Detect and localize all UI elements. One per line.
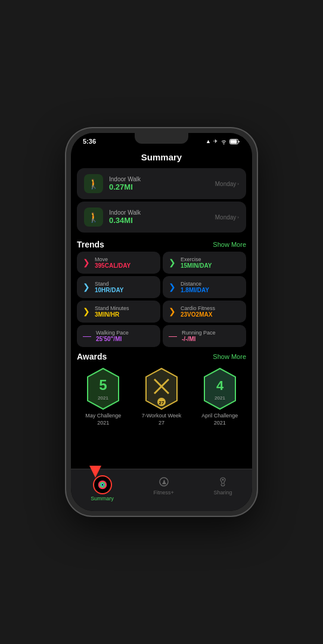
workout-label-1: Indoor Walk: [109, 176, 141, 182]
wifi-icon: [220, 139, 227, 144]
notch: [135, 133, 188, 144]
trend-icon-walking-pace: —: [83, 331, 91, 340]
trend-icon-exercise: ❯: [169, 258, 176, 267]
trend-icon-running-pace: —: [169, 331, 177, 340]
svg-text:27: 27: [159, 400, 164, 405]
trend-label-stand: Stand: [95, 281, 124, 287]
awards-header: Awards Show More: [71, 347, 252, 364]
activity-rings-icon: [98, 480, 107, 490]
tab-label-summary: Summary: [91, 496, 114, 501]
trend-move[interactable]: ❯ Move 395CAL/DAY: [77, 252, 160, 274]
svg-text:4: 4: [216, 378, 224, 393]
trend-label-cardio: Cardio Fitness: [181, 305, 215, 311]
workout-card-2[interactable]: 🚶 Indoor Walk 0.34MI Monday ›: [77, 202, 246, 233]
tab-label-fitness-plus: Fitness+: [154, 490, 174, 496]
workout-day-1: Monday ›: [215, 181, 239, 187]
summary-icon: [93, 475, 112, 494]
award-badge-april: 4 2021: [201, 367, 239, 410]
trends-grid: ❯ Move 395CAL/DAY ❯ Exercise 15MIN/DAY: [71, 252, 252, 347]
trend-distance[interactable]: ❯ Distance 1.8MI/DAY: [163, 276, 246, 298]
trend-icon-move: ❯: [83, 258, 90, 267]
phone-screen: 5:36 ▲ ✈ Summary 🚶: [71, 133, 252, 511]
trend-label-running-pace: Running Pace: [182, 330, 216, 336]
trend-icon-distance: ❯: [169, 282, 176, 292]
trend-value-cardio: 23VO2MAX: [181, 311, 215, 318]
workout-value-2: 0.34MI: [109, 216, 141, 225]
chevron-icon-1: ›: [237, 181, 239, 187]
tab-sharing[interactable]: Sharing: [204, 473, 242, 504]
tab-fitness-plus[interactable]: ♟ Fitness+: [144, 473, 184, 504]
trend-running-pace[interactable]: — Running Pace -/-/MI: [163, 325, 246, 347]
trend-icon-stand-minutes: ❯: [83, 306, 90, 316]
trend-value-distance: 1.8MI/DAY: [181, 287, 209, 293]
trend-stand[interactable]: ❯ Stand 10HR/DAY: [77, 276, 160, 298]
svg-point-14: [100, 482, 105, 487]
trend-label-exercise: Exercise: [181, 256, 212, 262]
workout-day-2: Monday ›: [215, 214, 239, 221]
award-badge-seven: 27: [142, 367, 181, 410]
tab-summary[interactable]: Summary: [81, 473, 123, 504]
award-badge-may: 5 2021: [84, 367, 122, 410]
svg-text:2021: 2021: [98, 395, 108, 401]
workout-value-1: 0.27MI: [109, 182, 141, 191]
trend-label-walking-pace: Walking Pace: [96, 330, 129, 336]
trend-value-running-pace: -/-/MI: [182, 336, 216, 342]
svg-text:♟: ♟: [161, 479, 166, 485]
tab-bar: Summary ♟ Fitness+: [71, 469, 252, 511]
svg-point-19: [222, 479, 224, 481]
tab-label-sharing: Sharing: [214, 490, 232, 496]
award-seven[interactable]: 27 7-Workout Week27: [142, 367, 182, 426]
trend-label-stand-minutes: Stand Minutes: [95, 305, 129, 311]
trends-title: Trends: [77, 240, 104, 249]
awards-show-more[interactable]: Show More: [213, 353, 246, 360]
status-icons: ▲ ✈: [206, 138, 240, 144]
awards-title: Awards: [77, 352, 107, 361]
status-time: 5:36: [83, 138, 96, 145]
trend-cardio[interactable]: ❯ Cardio Fitness 23VO2MAX: [163, 301, 246, 323]
trend-label-distance: Distance: [181, 281, 209, 287]
award-april[interactable]: 4 2021 April Challenge2021: [201, 367, 239, 426]
award-label-seven: 7-Workout Week27: [142, 413, 182, 426]
page-title: Summary: [71, 147, 252, 166]
chevron-icon-2: ›: [237, 215, 239, 220]
awards-grid: 5 2021 May Challenge2021 27: [71, 364, 252, 430]
sharing-icon: [216, 475, 229, 488]
plane-icon: ✈: [213, 138, 218, 144]
award-label-april: April Challenge2021: [201, 413, 238, 426]
award-may[interactable]: 5 2021 May Challenge2021: [84, 367, 122, 426]
trend-stand-minutes[interactable]: ❯ Stand Minutes 3MIN/HR: [77, 301, 160, 323]
location-icon: ▲: [206, 138, 211, 144]
trend-value-move: 395CAL/DAY: [95, 262, 131, 269]
trend-icon-cardio: ❯: [169, 306, 176, 316]
trend-value-walking-pace: 25'50"/MI: [96, 336, 129, 342]
phone-frame: 5:36 ▲ ✈ Summary 🚶: [66, 128, 257, 516]
trends-show-more[interactable]: Show More: [213, 241, 246, 248]
fitness-plus-icon: ♟: [157, 475, 170, 488]
trend-exercise[interactable]: ❯ Exercise 15MIN/DAY: [163, 252, 246, 274]
svg-text:5: 5: [100, 377, 107, 393]
svg-text:2021: 2021: [215, 395, 225, 401]
award-label-may: May Challenge2021: [85, 413, 121, 426]
trend-label-move: Move: [95, 256, 131, 262]
scroll-area[interactable]: 🚶 Indoor Walk 0.27MI Monday › 🚶 Indoor W…: [71, 166, 252, 469]
trend-icon-stand: ❯: [83, 282, 90, 292]
trend-value-exercise: 15MIN/DAY: [181, 262, 212, 269]
svg-point-15: [101, 484, 104, 486]
trend-value-stand: 10HR/DAY: [95, 287, 124, 293]
trends-header: Trends Show More: [71, 235, 252, 252]
walk-icon-2: 🚶: [84, 208, 103, 227]
trend-walking-pace[interactable]: — Walking Pace 25'50"/MI: [77, 325, 160, 347]
battery-icon: [229, 139, 240, 144]
workout-label-2: Indoor Walk: [109, 209, 141, 216]
workout-card-1[interactable]: 🚶 Indoor Walk 0.27MI Monday ›: [77, 168, 246, 199]
trend-value-stand-minutes: 3MIN/HR: [95, 311, 129, 318]
walk-icon-1: 🚶: [84, 174, 103, 193]
svg-rect-1: [231, 140, 237, 143]
